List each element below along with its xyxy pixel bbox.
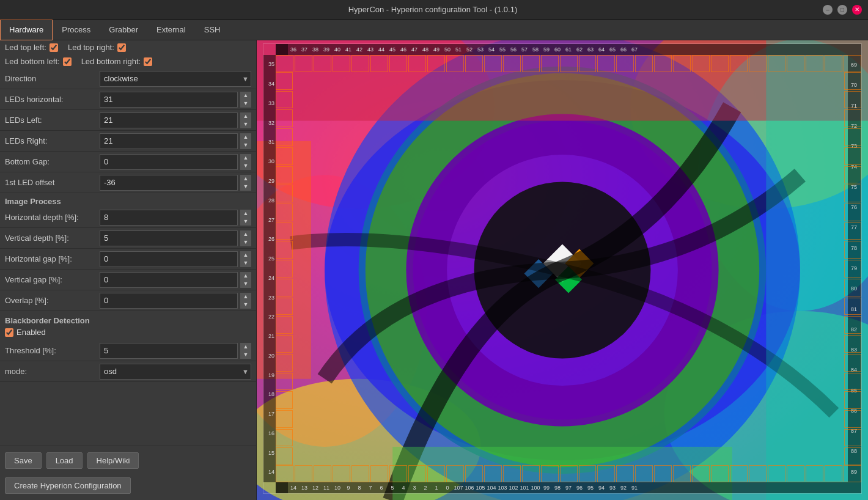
led-top-1	[276, 55, 293, 72]
led-left-19	[276, 410, 293, 428]
horizontal-depth-up[interactable]: ▲	[240, 210, 251, 218]
blackborder-enabled-checkbox[interactable]	[5, 328, 13, 337]
vertical-depth-up[interactable]: ▲	[240, 230, 251, 238]
led-top-right-item: Led top right:	[68, 43, 126, 52]
direction-select[interactable]: clockwise counter-clockwise	[100, 71, 251, 87]
leds-right-up[interactable]: ▲	[240, 133, 251, 141]
led-left-13	[276, 298, 293, 315]
horizontal-gap-label: Horizontal gap [%]:	[5, 254, 100, 263]
horizontal-depth-down[interactable]: ▼	[240, 218, 251, 226]
tab-ssh[interactable]: SSH	[195, 20, 230, 40]
bottom-gap-up[interactable]: ▲	[240, 154, 251, 162]
canvas-area: 36 37 38 39 40 41 42 43 44 45 46 47 48 4…	[263, 43, 862, 494]
vertical-depth-field[interactable]	[100, 230, 238, 246]
tab-process[interactable]: Process	[53, 20, 100, 40]
leds-left-field[interactable]	[100, 112, 238, 128]
vertical-gap-down[interactable]: ▼	[240, 280, 251, 288]
horizontal-depth-field[interactable]	[100, 210, 238, 226]
led-bottom-right-item: Led bottom right:	[81, 57, 153, 66]
led-bottom-16	[560, 465, 578, 482]
threshold-input: ▲ ▼	[100, 343, 251, 359]
horizontal-gap-input: ▲ ▼	[100, 251, 251, 267]
tab-grabber[interactable]: Grabber	[100, 20, 147, 40]
checkbox-row-top: Led top left: Led top right:	[0, 40, 256, 54]
led-top-14	[522, 55, 540, 72]
vertical-depth-label: Vertical depth [%]:	[5, 233, 100, 243]
direction-row: Direction clockwise counter-clockwise ▼	[0, 68, 256, 89]
minimize-button[interactable]: –	[823, 5, 833, 15]
led-top-29	[806, 55, 823, 72]
vertical-gap-field[interactable]	[100, 272, 238, 288]
create-config-button[interactable]: Create Hyperion Configuration	[5, 477, 131, 494]
led-offset-field[interactable]	[100, 175, 238, 191]
threshold-field[interactable]	[100, 343, 238, 359]
bottom-gap-field[interactable]	[100, 154, 238, 170]
overlap-field[interactable]	[100, 293, 238, 309]
leds-left-down[interactable]: ▼	[240, 120, 251, 128]
led-bottom-5	[351, 465, 369, 482]
led-bottom-left-checkbox[interactable]	[63, 57, 72, 66]
mode-select-wrapper: osd default classic ▼	[100, 364, 251, 380]
vertical-depth-down[interactable]: ▼	[240, 238, 251, 246]
blackborder-enabled-label: Enabled	[17, 328, 46, 337]
leds-right-field[interactable]	[100, 133, 238, 149]
led-offset-up[interactable]: ▲	[240, 175, 251, 183]
threshold-down[interactable]: ▼	[240, 351, 251, 359]
led-left-7	[276, 185, 293, 202]
checkbox-row-bottom: Led bottom left: Led bottom right:	[0, 54, 256, 68]
save-button[interactable]: Save	[5, 452, 42, 469]
menu-bar: Hardware Process Grabber External SSH	[0, 20, 868, 40]
leds-horizontal-row: LEDs horizontal: ▲ ▼	[0, 89, 256, 110]
load-button[interactable]: Load	[46, 452, 83, 469]
help-button[interactable]: Help/Wiki	[87, 452, 139, 469]
led-bottom-11	[465, 465, 483, 482]
leds-horizontal-down[interactable]: ▼	[240, 100, 251, 108]
led-bottom-13	[503, 465, 521, 482]
led-bottom-right-label: Led bottom right:	[81, 57, 141, 66]
horizontal-gap-down[interactable]: ▼	[240, 259, 251, 267]
threshold-up[interactable]: ▲	[240, 343, 251, 351]
led-left-21	[276, 447, 293, 465]
leds-left-label: LEDs Left:	[5, 116, 100, 125]
window-controls: – □ ✕	[823, 5, 862, 15]
horizontal-gap-up[interactable]: ▲	[240, 251, 251, 259]
led-left-1	[276, 72, 293, 90]
leds-right-down[interactable]: ▼	[240, 141, 251, 149]
led-right-17	[844, 373, 861, 391]
leds-left-up[interactable]: ▲	[240, 112, 251, 120]
led-left-11	[276, 260, 293, 278]
overlap-label: Overlap [%]:	[5, 296, 100, 305]
horizontal-gap-field[interactable]	[100, 251, 238, 267]
leds-horizontal-field[interactable]	[100, 92, 238, 108]
overlap-up[interactable]: ▲	[240, 293, 251, 301]
led-left-3	[276, 109, 293, 127]
leds-right-input: ▲ ▼	[100, 133, 251, 149]
led-top-left-checkbox[interactable]	[50, 43, 58, 52]
overlap-down[interactable]: ▼	[240, 301, 251, 309]
tab-external[interactable]: External	[147, 20, 195, 40]
leds-horizontal-up[interactable]: ▲	[240, 92, 251, 100]
led-top-right-checkbox[interactable]	[117, 43, 126, 52]
bottom-gap-down[interactable]: ▼	[240, 162, 251, 170]
mode-select[interactable]: osd default classic	[100, 364, 251, 380]
led-bottom-18	[597, 465, 615, 482]
overlap-spinner: ▲ ▼	[240, 293, 251, 309]
led-top-27	[768, 55, 785, 72]
ruler-top: 36 37 38 39 40 41 42 43 44 45 46 47 48 4…	[276, 44, 861, 55]
leds-right-spinner: ▲ ▼	[240, 133, 251, 149]
vertical-gap-row: Vertical gap [%]: ▲ ▼	[0, 270, 256, 290]
led-top-18	[597, 55, 615, 72]
overlap-row: Overlap [%]: ▲ ▼	[0, 290, 256, 311]
led-offset-down[interactable]: ▼	[240, 183, 251, 191]
close-button[interactable]: ✕	[852, 5, 862, 15]
led-bottom-28	[787, 465, 804, 482]
tab-hardware[interactable]: Hardware	[0, 20, 53, 40]
led-right-1	[844, 72, 861, 90]
led-bottom-24	[711, 465, 729, 482]
maximize-button[interactable]: □	[837, 5, 847, 15]
vertical-gap-up[interactable]: ▲	[240, 272, 251, 280]
direction-label: Direction	[5, 74, 100, 83]
led-bottom-right-checkbox[interactable]	[144, 57, 152, 66]
led-right-8	[844, 204, 861, 221]
led-right-7	[844, 185, 861, 202]
